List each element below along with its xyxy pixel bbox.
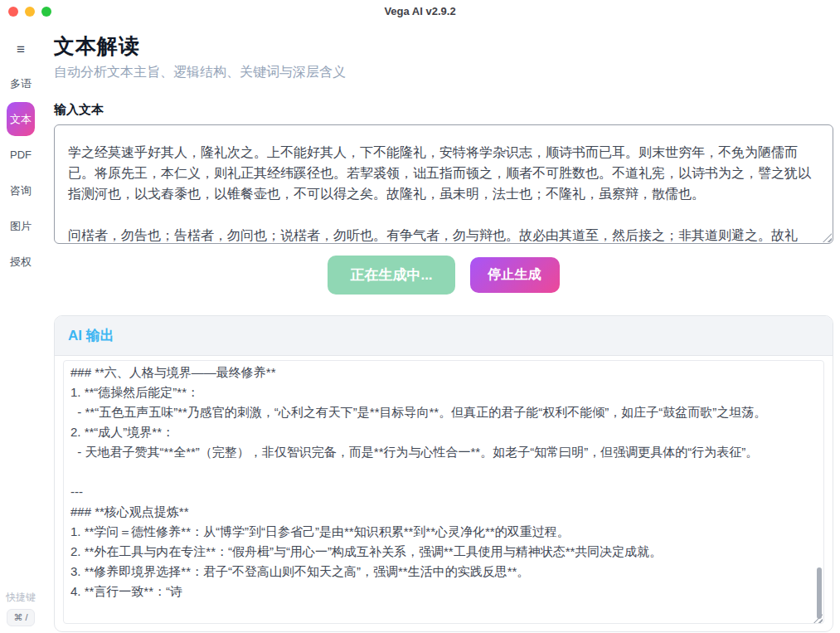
hamburger-menu-icon[interactable]: ≡ xyxy=(17,38,25,61)
input-text-container: 学之经莫速乎好其人，隆礼次之。上不能好其人，下不能隆礼，安特将学杂识志，顺诗书而… xyxy=(54,124,833,244)
generating-button[interactable]: 正在生成中... xyxy=(328,256,454,295)
output-text-container: ### **六、人格与境界——最终修养** 1. **“德操然后能定”**： -… xyxy=(55,356,833,631)
page-title: 文本解读 xyxy=(54,32,833,60)
ai-output-panel: AI 输出 ### **六、人格与境界——最终修养** 1. **“德操然后能定… xyxy=(54,315,833,632)
output-panel-title: AI 输出 xyxy=(68,328,114,343)
sidebar-item-license[interactable]: 授权 xyxy=(7,244,35,280)
sidebar: ≡ 多语 文本 PDF 咨询 图片 授权 快捷键 ⌘ / xyxy=(0,23,41,633)
input-label: 输入文本 xyxy=(54,102,833,118)
main-content: 文本解读 自动分析文本主旨、逻辑结构、关键词与深层含义 输入文本 学之经莫速乎好… xyxy=(54,23,833,632)
page-subtitle: 自动分析文本主旨、逻辑结构、关键词与深层含义 xyxy=(54,64,833,81)
shortcut-hint: 快捷键 ⌘ / xyxy=(0,591,41,626)
stop-generation-button[interactable]: 停止生成 xyxy=(470,257,560,293)
sidebar-item-text[interactable]: 文本 xyxy=(7,102,35,136)
input-textarea[interactable]: 学之经莫速乎好其人，隆礼次之。上不能好其人，下不能隆礼，安特将学杂识志，顺诗书而… xyxy=(54,124,833,244)
action-buttons: 正在生成中... 停止生成 xyxy=(54,256,833,295)
shortcut-key-badge: ⌘ / xyxy=(7,609,34,626)
sidebar-item-multilang[interactable]: 多语 xyxy=(7,66,35,101)
window-title: Vega AI v2.9.2 xyxy=(0,0,840,23)
sidebar-nav: 多语 文本 PDF 咨询 图片 授权 xyxy=(7,66,35,280)
sidebar-item-consult[interactable]: 咨询 xyxy=(7,173,35,208)
shortcut-label: 快捷键 xyxy=(6,591,36,605)
titlebar: Vega AI v2.9.2 xyxy=(0,0,840,23)
output-textarea[interactable]: ### **六、人格与境界——最终修养** 1. **“德操然后能定”**： -… xyxy=(63,360,824,624)
sidebar-item-pdf[interactable]: PDF xyxy=(7,137,35,173)
sidebar-item-image[interactable]: 图片 xyxy=(7,208,35,244)
output-panel-header: AI 输出 xyxy=(55,316,833,356)
output-scrollbar-thumb[interactable] xyxy=(817,567,822,619)
